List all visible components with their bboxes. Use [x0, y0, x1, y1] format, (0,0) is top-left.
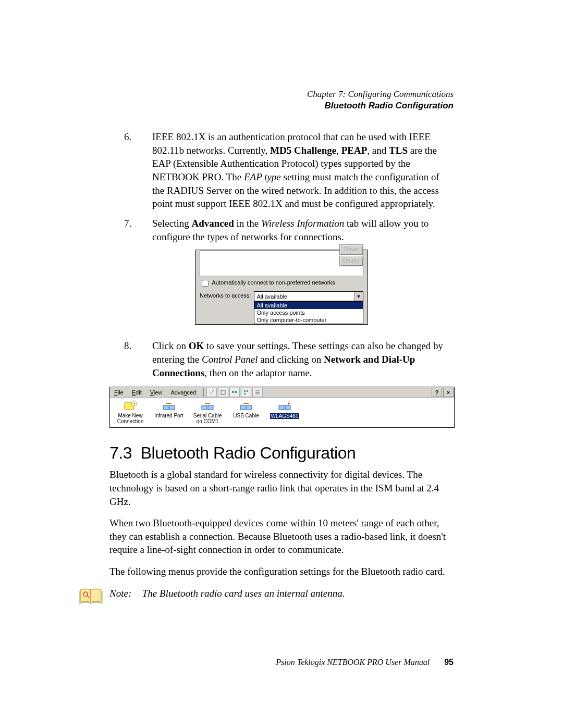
svg-rect-4 — [244, 390, 246, 392]
conn-infrared[interactable]: Infrared Port — [151, 400, 187, 424]
svg-rect-6 — [244, 393, 246, 394]
svg-rect-23 — [285, 405, 290, 410]
connections-window-screenshot: File Edit View Advanced ? × ✶ Make NewCo… — [109, 387, 455, 428]
svg-rect-13 — [163, 405, 168, 410]
step-number: 8. — [109, 339, 152, 379]
step-number: 6. — [109, 130, 152, 211]
chapter-label: Chapter 7: Configuring Communications — [109, 89, 454, 100]
note-text: Note: The Bluetooth radio card uses an i… — [109, 587, 345, 600]
svg-rect-14 — [169, 405, 175, 410]
body-p2: When two Bluetooth-equipped devices come… — [109, 516, 454, 557]
toolbar-icon[interactable] — [229, 388, 240, 397]
page-number: 95 — [444, 658, 454, 667]
networks-access-row: Networks to access: All available ▼ All … — [195, 290, 368, 324]
delete-button[interactable]: Delete — [339, 256, 363, 266]
auto-connect-checkbox[interactable] — [202, 280, 209, 287]
toolbar-icon[interactable] — [206, 388, 217, 397]
wireless-dialog-screenshot: Down Delete Automatically connect to non… — [195, 250, 368, 325]
section-heading: 7.3 Bluetooth Radio Configuration — [109, 443, 454, 463]
close-button[interactable]: × — [443, 388, 454, 397]
svg-line-0 — [210, 390, 214, 394]
svg-text:✶: ✶ — [132, 401, 136, 406]
combo-dropdown[interactable]: All available Only access points Only co… — [254, 301, 363, 324]
svg-rect-17 — [208, 405, 213, 410]
svg-rect-20 — [247, 405, 252, 410]
svg-rect-5 — [247, 390, 248, 392]
auto-connect-label: Automatically connect to non-preferred n… — [212, 280, 335, 286]
wlan-adapter-icon — [278, 400, 291, 412]
down-button[interactable]: Down — [339, 244, 363, 255]
selected-adapter-label: WLAGS461 — [270, 413, 300, 419]
page: Chapter 7: Configuring Communications Bl… — [0, 0, 563, 719]
combo-selected[interactable]: All available ▼ — [254, 291, 363, 301]
step-text: Selecting Advanced in the Wireless Infor… — [152, 217, 454, 243]
conn-usb[interactable]: USB Cable — [228, 400, 264, 424]
menubar: File Edit View Advanced ? × — [110, 387, 454, 398]
combo-option[interactable]: Only computer-to-computer — [254, 316, 363, 324]
connection-icon — [201, 400, 214, 412]
steps-list: 6. IEEE 802.1X is an authentication prot… — [109, 130, 454, 243]
toolbar-icons — [203, 388, 263, 397]
conn-wlags461[interactable]: WLAGS461 — [266, 400, 303, 424]
svg-rect-19 — [240, 405, 246, 410]
step-text: IEEE 802.1X is an authentication protoco… — [152, 130, 454, 211]
conn-serial[interactable]: Serial Cableon COM1 — [189, 400, 226, 424]
help-button[interactable]: ? — [432, 388, 442, 397]
menu-edit[interactable]: Edit — [128, 388, 146, 397]
page-header: Chapter 7: Configuring Communications Bl… — [109, 89, 454, 112]
toolbar-icon[interactable] — [241, 388, 251, 397]
connection-icon — [162, 400, 176, 412]
steps-list-cont: 8. Click on OK to save your settings. Th… — [109, 339, 454, 379]
step-number: 7. — [109, 217, 152, 243]
page-footer: Psion Teklogix NETBOOK PRO User Manual 9… — [109, 658, 454, 667]
menu-view[interactable]: View — [146, 388, 167, 397]
svg-rect-3 — [235, 391, 237, 393]
svg-rect-1 — [221, 390, 225, 394]
manual-title: Psion Teklogix NETBOOK PRO User Manual — [276, 658, 430, 667]
step-8: 8. Click on OK to save your settings. Th… — [109, 339, 454, 379]
networks-listbox: Down Delete — [200, 250, 363, 276]
book-icon — [78, 587, 104, 606]
header-subtitle: Bluetooth Radio Configuration — [109, 100, 454, 112]
toolbar-icon[interactable] — [252, 388, 263, 397]
networks-access-combo[interactable]: All available ▼ All available Only acces… — [254, 291, 363, 324]
networks-access-label: Networks to access: — [200, 291, 251, 299]
step-7: 7. Selecting Advanced in the Wireless In… — [109, 217, 454, 243]
note-row: Note: The Bluetooth radio card uses an i… — [78, 587, 454, 606]
conn-make-new[interactable]: ✶ Make NewConnection — [112, 400, 149, 424]
new-connection-icon: ✶ — [124, 400, 137, 412]
chevron-down-icon[interactable]: ▼ — [354, 292, 363, 301]
auto-connect-row: Automatically connect to non-preferred n… — [195, 276, 368, 290]
combo-option[interactable]: Only access points — [254, 309, 363, 316]
body-p1: Bluetooth is a global standard for wirel… — [109, 468, 454, 508]
combo-option[interactable]: All available — [254, 302, 363, 309]
connection-icon — [239, 400, 253, 412]
svg-rect-2 — [232, 391, 234, 393]
svg-rect-16 — [202, 405, 207, 410]
body-p3: The following menus provide the configur… — [109, 565, 454, 578]
toolbar-icon[interactable] — [218, 388, 228, 397]
svg-rect-22 — [279, 405, 284, 410]
step-6: 6. IEEE 802.1X is an authentication prot… — [109, 130, 454, 211]
menu-advanced[interactable]: Advanced — [166, 388, 200, 397]
step-text: Click on OK to save your settings. These… — [152, 339, 454, 379]
menu-file[interactable]: File — [110, 388, 128, 397]
connections-icons-row: ✶ Make NewConnection Infrared Port Seria… — [110, 398, 454, 427]
